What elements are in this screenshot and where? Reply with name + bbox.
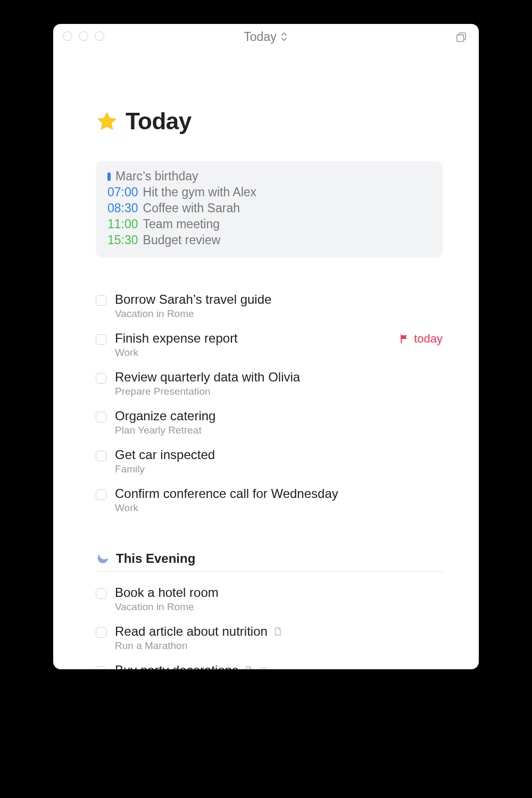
task-title: Review quarterly data with Olivia (115, 369, 300, 385)
task-checkbox[interactable] (96, 412, 106, 422)
task-title: Organize catering (115, 408, 215, 424)
calendar-event-title: Hit the gym with Alex (143, 185, 256, 201)
traffic-lights (63, 31, 104, 41)
task-body: Organize cateringPlan Yearly Retreat (115, 408, 443, 436)
flag-icon (399, 334, 410, 344)
task-project: Run a Marathon (115, 640, 443, 652)
evening-section-header[interactable]: This Evening (96, 551, 443, 572)
calendar-event-time: 15:30 (107, 232, 138, 248)
calendar-event-title: Marc’s birthday (115, 169, 198, 185)
task-row[interactable]: Borrow Sarah’s travel guideVacation in R… (96, 288, 443, 327)
today-task-list: Borrow Sarah’s travel guideVacation in R… (96, 288, 443, 521)
task-checkbox[interactable] (96, 627, 106, 638)
task-title: Read article about nutrition (115, 624, 268, 639)
task-checkbox[interactable] (96, 295, 106, 306)
calendar-event[interactable]: 07:00Hit the gym with Alex (107, 185, 431, 201)
task-project: Work (115, 347, 390, 359)
task-row[interactable]: Confirm conference call for WednesdayWor… (96, 483, 443, 521)
task-row[interactable]: Read article about nutritionRun a Marath… (96, 620, 443, 659)
traffic-light-minimize[interactable] (79, 31, 88, 41)
task-project: Vacation in Rome (115, 601, 443, 613)
star-icon (96, 110, 118, 132)
task-checkbox[interactable] (96, 451, 106, 461)
svg-rect-5 (262, 668, 267, 669)
calendar-event-title: Coffee with Sarah (143, 201, 240, 217)
task-project: Work (115, 502, 443, 514)
window-title: Today (244, 30, 276, 44)
task-body: Buy party decorationsThrow Party for Eve (115, 662, 443, 669)
task-row[interactable]: Finish expense reportWorktoday (96, 327, 443, 366)
task-checkbox[interactable] (96, 334, 106, 345)
task-title: Finish expense report (115, 330, 238, 346)
window-title-button[interactable]: Today (244, 30, 288, 44)
task-title: Confirm conference call for Wednesday (115, 486, 338, 502)
calendar-color-dot (107, 172, 111, 181)
calendar-event-title: Team meeting (143, 217, 220, 232)
checklist-icon (259, 666, 268, 669)
task-body: Confirm conference call for WednesdayWor… (115, 486, 443, 514)
calendar-event[interactable]: 11:00Team meeting (107, 217, 431, 232)
task-body: Read article about nutritionRun a Marath… (115, 624, 443, 652)
calendar-event[interactable]: 15:30Budget review (107, 232, 431, 248)
note-icon (273, 627, 282, 636)
task-title: Book a hotel room (115, 585, 219, 601)
task-title: Get car inspected (115, 447, 215, 463)
page-title: Today (126, 108, 192, 135)
content-area: Today Marc’s birthday07:00Hit the gym wi… (53, 49, 479, 669)
calendar-event-time: 11:00 (107, 217, 138, 232)
task-title: Borrow Sarah’s travel guide (115, 292, 271, 307)
duplicate-window-icon[interactable] (455, 31, 467, 43)
calendar-event[interactable]: Marc’s birthday (107, 169, 431, 185)
task-row[interactable]: Book a hotel roomVacation in Rome (96, 581, 443, 620)
svg-point-2 (260, 668, 261, 669)
calendar-card[interactable]: Marc’s birthday07:00Hit the gym with Ale… (96, 161, 443, 257)
calendar-event-title: Budget review (143, 232, 221, 248)
task-body: Borrow Sarah’s travel guideVacation in R… (115, 292, 443, 320)
task-title: Buy party decorations (115, 662, 238, 669)
task-deadline-label: today (414, 332, 443, 346)
task-body: Finish expense reportWork (115, 330, 390, 359)
moon-icon (96, 552, 110, 566)
task-project: Prepare Presentation (115, 386, 443, 397)
task-checkbox[interactable] (96, 373, 106, 384)
task-project: Family (115, 463, 443, 475)
chup-down-icon (280, 31, 288, 42)
task-body: Get car inspectedFamily (115, 447, 443, 475)
task-row[interactable]: Organize cateringPlan Yearly Retreat (96, 405, 443, 444)
svg-rect-1 (457, 35, 464, 41)
task-row[interactable]: Buy party decorationsThrow Party for Eve (96, 659, 443, 669)
app-window: Today Today Marc’s birthday07:00Hit the … (53, 24, 479, 669)
calendar-event[interactable]: 08:30Coffee with Sarah (107, 201, 431, 217)
evening-task-list: Book a hotel roomVacation in RomeRead ar… (96, 581, 443, 669)
traffic-light-close[interactable] (63, 31, 72, 41)
titlebar: Today (53, 24, 479, 49)
evening-section-title: This Evening (116, 551, 195, 566)
calendar-event-time: 08:30 (107, 201, 138, 217)
task-deadline: today (399, 330, 443, 346)
task-project: Vacation in Rome (115, 308, 443, 320)
calendar-event-time: 07:00 (107, 185, 138, 201)
traffic-light-zoom[interactable] (95, 31, 104, 41)
task-row[interactable]: Get car inspectedFamily (96, 444, 443, 483)
task-project: Plan Yearly Retreat (115, 425, 443, 436)
task-checkbox[interactable] (96, 588, 106, 599)
task-row[interactable]: Review quarterly data with OliviaPrepare… (96, 366, 443, 405)
note-icon (244, 666, 253, 669)
page-header: Today (96, 108, 443, 135)
task-checkbox[interactable] (96, 666, 106, 669)
task-checkbox[interactable] (96, 489, 106, 500)
task-body: Review quarterly data with OliviaPrepare… (115, 369, 443, 397)
task-body: Book a hotel roomVacation in Rome (115, 585, 443, 613)
